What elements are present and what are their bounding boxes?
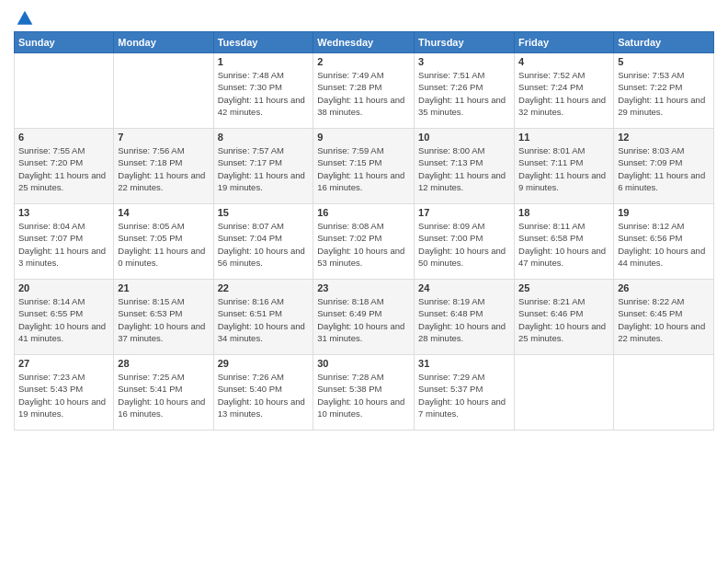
calendar-cell: 25Sunrise: 8:21 AM Sunset: 6:46 PM Dayli… — [515, 280, 614, 355]
day-number: 8 — [218, 132, 310, 143]
day-info: Sunrise: 7:51 AM Sunset: 7:26 PM Dayligh… — [418, 69, 510, 118]
day-of-week-header: Friday — [515, 32, 614, 53]
day-number: 7 — [118, 132, 209, 143]
day-info: Sunrise: 7:49 AM Sunset: 7:28 PM Dayligh… — [317, 69, 410, 118]
day-number: 23 — [317, 282, 410, 293]
day-number: 14 — [118, 207, 209, 218]
day-of-week-header: Monday — [114, 32, 213, 53]
day-number: 10 — [418, 132, 510, 143]
day-number: 27 — [18, 358, 109, 369]
day-number: 13 — [18, 207, 109, 218]
calendar-cell: 1Sunrise: 7:48 AM Sunset: 7:30 PM Daylig… — [213, 53, 313, 129]
calendar-cell: 28Sunrise: 7:25 AM Sunset: 5:41 PM Dayli… — [114, 355, 213, 431]
calendar-cell: 12Sunrise: 8:03 AM Sunset: 7:09 PM Dayli… — [614, 129, 714, 204]
calendar-cell: 11Sunrise: 8:01 AM Sunset: 7:11 PM Dayli… — [515, 129, 614, 204]
day-info: Sunrise: 7:26 AM Sunset: 5:40 PM Dayligh… — [218, 371, 310, 419]
calendar-cell: 13Sunrise: 8:04 AM Sunset: 7:07 PM Dayli… — [15, 204, 114, 280]
calendar-cell: 14Sunrise: 8:05 AM Sunset: 7:05 PM Dayli… — [114, 204, 213, 280]
calendar-cell: 22Sunrise: 8:16 AM Sunset: 6:51 PM Dayli… — [213, 280, 313, 355]
day-number: 28 — [118, 358, 209, 369]
calendar-cell: 7Sunrise: 7:56 AM Sunset: 7:18 PM Daylig… — [114, 129, 213, 204]
day-number: 20 — [18, 282, 109, 293]
day-info: Sunrise: 7:28 AM Sunset: 5:38 PM Dayligh… — [317, 371, 410, 419]
day-info: Sunrise: 7:29 AM Sunset: 5:37 PM Dayligh… — [418, 371, 510, 419]
calendar-header-row: SundayMondayTuesdayWednesdayThursdayFrid… — [15, 32, 714, 53]
day-info: Sunrise: 7:55 AM Sunset: 7:20 PM Dayligh… — [18, 144, 109, 193]
calendar-cell: 3Sunrise: 7:51 AM Sunset: 7:26 PM Daylig… — [415, 53, 515, 129]
day-info: Sunrise: 8:05 AM Sunset: 7:05 PM Dayligh… — [118, 220, 209, 269]
day-number: 25 — [518, 282, 609, 293]
day-of-week-header: Thursday — [415, 32, 515, 53]
day-number: 31 — [418, 358, 510, 369]
day-number: 1 — [218, 56, 310, 67]
calendar-cell: 4Sunrise: 7:52 AM Sunset: 7:24 PM Daylig… — [515, 53, 614, 129]
day-info: Sunrise: 7:52 AM Sunset: 7:24 PM Dayligh… — [518, 69, 609, 118]
day-number: 6 — [18, 132, 109, 143]
day-info: Sunrise: 8:03 AM Sunset: 7:09 PM Dayligh… — [618, 144, 710, 193]
day-info: Sunrise: 8:04 AM Sunset: 7:07 PM Dayligh… — [18, 220, 109, 269]
day-number: 30 — [317, 358, 410, 369]
day-info: Sunrise: 8:14 AM Sunset: 6:55 PM Dayligh… — [18, 295, 109, 344]
calendar-cell: 5Sunrise: 7:53 AM Sunset: 7:22 PM Daylig… — [614, 53, 714, 129]
day-info: Sunrise: 8:22 AM Sunset: 6:45 PM Dayligh… — [618, 295, 710, 344]
calendar-cell: 27Sunrise: 7:23 AM Sunset: 5:43 PM Dayli… — [15, 355, 114, 431]
day-number: 2 — [317, 56, 410, 67]
day-number: 29 — [218, 358, 310, 369]
day-number: 18 — [518, 207, 609, 218]
day-info: Sunrise: 8:00 AM Sunset: 7:13 PM Dayligh… — [418, 144, 510, 193]
calendar-cell: 10Sunrise: 8:00 AM Sunset: 7:13 PM Dayli… — [415, 129, 515, 204]
day-info: Sunrise: 8:08 AM Sunset: 7:02 PM Dayligh… — [317, 220, 410, 269]
page: SundayMondayTuesdayWednesdayThursdayFrid… — [0, 0, 728, 563]
day-info: Sunrise: 7:23 AM Sunset: 5:43 PM Dayligh… — [18, 371, 109, 419]
calendar-cell — [515, 355, 614, 431]
calendar-week-row: 20Sunrise: 8:14 AM Sunset: 6:55 PM Dayli… — [15, 280, 714, 355]
calendar-cell — [15, 53, 114, 129]
day-info: Sunrise: 7:25 AM Sunset: 5:41 PM Dayligh… — [118, 371, 209, 419]
calendar-cell: 24Sunrise: 8:19 AM Sunset: 6:48 PM Dayli… — [415, 280, 515, 355]
logo — [14, 9, 34, 24]
logo-icon — [16, 9, 34, 28]
day-info: Sunrise: 7:57 AM Sunset: 7:17 PM Dayligh… — [218, 144, 310, 193]
day-info: Sunrise: 7:56 AM Sunset: 7:18 PM Dayligh… — [118, 144, 209, 193]
day-number: 17 — [418, 207, 510, 218]
calendar-week-row: 13Sunrise: 8:04 AM Sunset: 7:07 PM Dayli… — [15, 204, 714, 280]
calendar-cell: 31Sunrise: 7:29 AM Sunset: 5:37 PM Dayli… — [415, 355, 515, 431]
calendar-table: SundayMondayTuesdayWednesdayThursdayFrid… — [14, 31, 714, 431]
calendar-cell: 17Sunrise: 8:09 AM Sunset: 7:00 PM Dayli… — [415, 204, 515, 280]
calendar-cell: 29Sunrise: 7:26 AM Sunset: 5:40 PM Dayli… — [213, 355, 313, 431]
day-info: Sunrise: 8:15 AM Sunset: 6:53 PM Dayligh… — [118, 295, 209, 344]
day-info: Sunrise: 8:09 AM Sunset: 7:00 PM Dayligh… — [418, 220, 510, 269]
day-number: 26 — [618, 282, 710, 293]
day-number: 5 — [618, 56, 710, 67]
day-of-week-header: Saturday — [614, 32, 714, 53]
day-info: Sunrise: 8:16 AM Sunset: 6:51 PM Dayligh… — [218, 295, 310, 344]
day-number: 4 — [518, 56, 609, 67]
calendar-cell — [114, 53, 213, 129]
calendar-cell: 8Sunrise: 7:57 AM Sunset: 7:17 PM Daylig… — [213, 129, 313, 204]
day-info: Sunrise: 8:11 AM Sunset: 6:58 PM Dayligh… — [518, 220, 609, 269]
calendar-cell: 20Sunrise: 8:14 AM Sunset: 6:55 PM Dayli… — [15, 280, 114, 355]
calendar-cell: 18Sunrise: 8:11 AM Sunset: 6:58 PM Dayli… — [515, 204, 614, 280]
calendar-cell: 2Sunrise: 7:49 AM Sunset: 7:28 PM Daylig… — [313, 53, 415, 129]
day-number: 21 — [118, 282, 209, 293]
day-of-week-header: Wednesday — [313, 32, 415, 53]
calendar-cell: 30Sunrise: 7:28 AM Sunset: 5:38 PM Dayli… — [313, 355, 415, 431]
day-number: 22 — [218, 282, 310, 293]
calendar-cell: 23Sunrise: 8:18 AM Sunset: 6:49 PM Dayli… — [313, 280, 415, 355]
day-info: Sunrise: 8:18 AM Sunset: 6:49 PM Dayligh… — [317, 295, 410, 344]
calendar-cell: 15Sunrise: 8:07 AM Sunset: 7:04 PM Dayli… — [213, 204, 313, 280]
calendar-cell: 9Sunrise: 7:59 AM Sunset: 7:15 PM Daylig… — [313, 129, 415, 204]
calendar-week-row: 27Sunrise: 7:23 AM Sunset: 5:43 PM Dayli… — [15, 355, 714, 431]
calendar-week-row: 1Sunrise: 7:48 AM Sunset: 7:30 PM Daylig… — [15, 53, 714, 129]
day-info: Sunrise: 8:19 AM Sunset: 6:48 PM Dayligh… — [418, 295, 510, 344]
day-number: 12 — [618, 132, 710, 143]
calendar-cell: 19Sunrise: 8:12 AM Sunset: 6:56 PM Dayli… — [614, 204, 714, 280]
day-number: 3 — [418, 56, 510, 67]
day-of-week-header: Tuesday — [213, 32, 313, 53]
calendar-cell: 6Sunrise: 7:55 AM Sunset: 7:20 PM Daylig… — [15, 129, 114, 204]
day-info: Sunrise: 8:12 AM Sunset: 6:56 PM Dayligh… — [618, 220, 710, 269]
day-info: Sunrise: 7:53 AM Sunset: 7:22 PM Dayligh… — [618, 69, 710, 118]
header — [14, 9, 714, 24]
svg-marker-0 — [17, 11, 33, 25]
calendar-cell: 16Sunrise: 8:08 AM Sunset: 7:02 PM Dayli… — [313, 204, 415, 280]
